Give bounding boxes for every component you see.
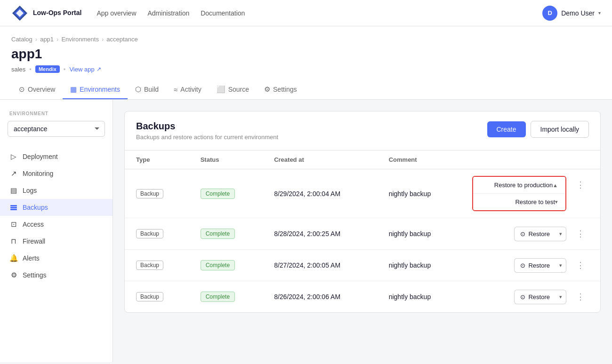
row1-created-at: 8/29/2024, 2:00:04 AM: [263, 169, 378, 218]
row4-comment: nightly backup: [378, 281, 461, 313]
restore-to-test-option[interactable]: Restore to test ▾: [473, 194, 565, 210]
row2-more-button[interactable]: ⋮: [572, 225, 589, 243]
status-badge: Complete: [201, 189, 235, 199]
nav-administration[interactable]: Administration: [148, 8, 190, 19]
import-locally-button[interactable]: Import locally: [531, 121, 589, 138]
restore-chevron-button[interactable]: ▾: [556, 258, 566, 273]
restore-label: Restore: [528, 262, 550, 269]
restore-split-button: ⊙ Restore ▾: [514, 258, 566, 273]
restore-main-button[interactable]: ⊙ Restore: [514, 258, 556, 273]
tab-source-label: Source: [228, 86, 249, 93]
restore-chevron-button[interactable]: ▾: [556, 227, 566, 241]
row2-comment: nightly backup: [378, 218, 461, 250]
breadcrumb-environments[interactable]: Environments: [61, 36, 98, 43]
type-badge: Backup: [136, 189, 163, 198]
breadcrumb-current: acceptance: [106, 36, 138, 43]
restore-main-button[interactable]: ⊙ Restore: [514, 227, 556, 241]
tab-overview-label: Overview: [28, 86, 55, 93]
row1-more-button[interactable]: ⋮: [572, 176, 589, 194]
build-icon: ⬡: [135, 85, 141, 94]
tabs: ⊙ Overview ▦ Environments ⬡ Build ≈ Acti…: [11, 80, 601, 99]
row1-actions: Restore to production ▲ Restore to test …: [461, 169, 600, 218]
tab-activity[interactable]: ≈ Activity: [166, 80, 209, 99]
row4-more-button[interactable]: ⋮: [572, 288, 589, 306]
restore-circle-icon: ⊙: [520, 230, 525, 237]
nav-documentation[interactable]: Documentation: [201, 8, 245, 19]
backups-header: Backups Backups and restore actions for …: [125, 111, 600, 150]
page-header: Catalog › app1 › Environments › acceptan…: [0, 26, 612, 100]
tab-environments[interactable]: ▦ Environments: [63, 80, 128, 99]
sidebar-item-firewall[interactable]: ⊓ Firewall: [0, 233, 113, 250]
breadcrumb: Catalog › app1 › Environments › acceptan…: [11, 36, 601, 43]
firewall-icon: ⊓: [9, 237, 18, 245]
sidebar-item-monitoring[interactable]: ↗ Monitoring: [0, 165, 113, 182]
svg-rect-5: [10, 209, 17, 210]
settings-tab-icon: ⚙: [264, 85, 270, 94]
monitoring-icon: ↗: [9, 169, 18, 178]
logo-text: Low-Ops Portal: [33, 9, 81, 17]
main-content: Backups Backups and restore actions for …: [113, 100, 612, 362]
sidebar-env-label: ENVIRONMENT: [0, 111, 113, 116]
row2-created-at: 8/28/2024, 2:00:25 AM: [263, 218, 378, 250]
tab-settings-label: Settings: [273, 86, 297, 93]
create-button[interactable]: Create: [487, 121, 526, 137]
restore-production-label: Restore to production: [481, 182, 553, 189]
logo[interactable]: Low-Ops Portal: [11, 5, 81, 22]
row3-comment: nightly backup: [378, 250, 461, 281]
sidebar-alerts-label: Alerts: [23, 254, 40, 262]
breadcrumb-sep-2: ›: [56, 36, 58, 43]
sidebar-item-backups[interactable]: Backups: [0, 199, 113, 216]
view-app-link[interactable]: View app ↗: [69, 66, 101, 73]
breadcrumb-catalog[interactable]: Catalog: [11, 36, 32, 43]
sidebar-firewall-label: Firewall: [23, 237, 45, 245]
page-meta: sales • Mendix • View app ↗: [11, 65, 601, 73]
backups-actions: Create Import locally: [487, 121, 589, 138]
restore-circle-icon: ⊙: [520, 293, 525, 301]
row3-status: Complete: [189, 250, 263, 281]
mendix-badge: Mendix: [35, 65, 60, 73]
backups-title: Backups: [136, 121, 278, 132]
tab-source[interactable]: ⬜ Source: [209, 80, 257, 99]
deployment-icon: ▷: [9, 152, 18, 161]
row1-status: Complete: [189, 169, 263, 218]
sidebar-item-alerts[interactable]: 🔔 Alerts: [0, 250, 113, 267]
sidebar-item-deployment[interactable]: ▷ Deployment: [0, 148, 113, 165]
row3-more-button[interactable]: ⋮: [572, 256, 589, 274]
alerts-icon: 🔔: [9, 254, 18, 262]
col-actions: [461, 150, 600, 169]
col-type: Type: [125, 150, 189, 169]
environment-select[interactable]: acceptance production test: [8, 121, 105, 137]
tab-overview[interactable]: ⊙ Overview: [11, 80, 63, 99]
sidebar-deployment-label: Deployment: [23, 153, 58, 160]
user-avatar: D: [542, 6, 557, 21]
sidebar-item-settings[interactable]: ⚙ Settings: [0, 267, 113, 284]
user-menu[interactable]: D Demo User ▾: [542, 6, 601, 21]
breadcrumb-app1[interactable]: app1: [40, 36, 54, 43]
restore-chevron-button[interactable]: ▾: [556, 290, 566, 304]
view-app-label: View app: [69, 66, 94, 73]
table-row: Backup Complete 8/29/2024, 2:00:04 AM ni…: [125, 169, 600, 218]
col-comment: Comment: [378, 150, 461, 169]
row4-created-at: 8/26/2024, 2:00:06 AM: [263, 281, 378, 313]
sidebar-settings-label: Settings: [23, 271, 47, 279]
restore-to-production-option[interactable]: Restore to production ▲: [473, 177, 565, 193]
col-status: Status: [189, 150, 263, 169]
table-row: Backup Complete 8/28/2024, 2:00:25 AM ni…: [125, 218, 600, 250]
nav-app-overview[interactable]: App overview: [97, 8, 136, 19]
tab-build-label: Build: [144, 86, 159, 93]
restore-dropdown-expanded: Restore to production ▲ Restore to test …: [472, 176, 566, 211]
tab-settings[interactable]: ⚙ Settings: [257, 80, 305, 99]
sidebar-backups-label: Backups: [23, 204, 48, 211]
sidebar: ENVIRONMENT acceptance production test ▷…: [0, 100, 113, 362]
backups-panel: Backups Backups and restore actions for …: [124, 111, 601, 313]
row4-status: Complete: [189, 281, 263, 313]
restore-main-button[interactable]: ⊙ Restore: [514, 290, 556, 304]
sidebar-item-access[interactable]: ⊡ Access: [0, 216, 113, 233]
settings-sidebar-icon: ⚙: [9, 271, 18, 279]
access-icon: ⊡: [9, 220, 18, 229]
tab-build[interactable]: ⬡ Build: [128, 80, 166, 99]
sidebar-item-logs[interactable]: ▤ Logs: [0, 182, 113, 199]
logs-icon: ▤: [9, 186, 18, 195]
table-row: Backup Complete 8/26/2024, 2:00:06 AM ni…: [125, 281, 600, 313]
sidebar-monitoring-label: Monitoring: [23, 170, 53, 177]
